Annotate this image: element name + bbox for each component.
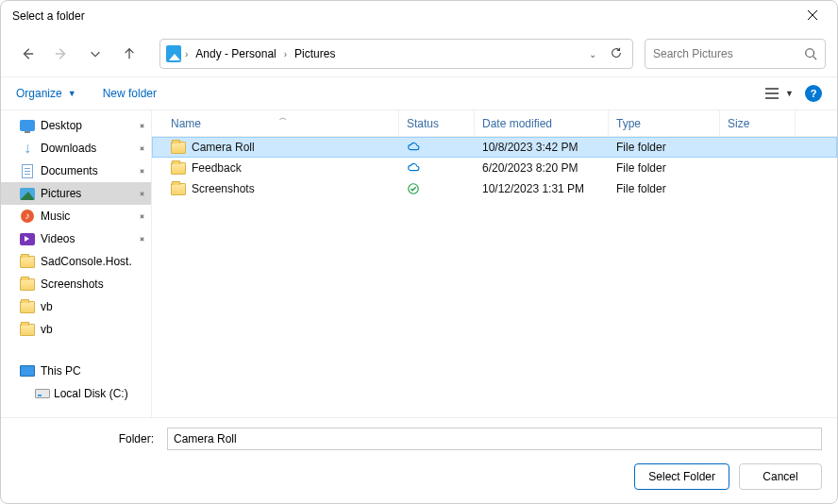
breadcrumb-root[interactable]: Andy - Personal: [192, 45, 279, 62]
folder-icon: [20, 299, 35, 314]
recent-button[interactable]: [80, 39, 110, 69]
sidebar-item-videos[interactable]: Videos✦: [1, 227, 151, 250]
organize-menu[interactable]: Organize▼: [16, 87, 76, 100]
sidebar-item-pictures[interactable]: Pictures✦: [1, 182, 151, 205]
navbar: › Andy - Personal › Pictures ⌄ Search Pi…: [1, 31, 837, 76]
column-date[interactable]: Date modified: [475, 110, 609, 136]
caret-down-icon: ▼: [68, 89, 76, 98]
pin-icon: ✦: [135, 164, 147, 176]
list-icon: [764, 87, 779, 100]
videos-icon: [20, 231, 35, 246]
sidebar: Desktop✦ ↓Downloads✦ Documents✦ Pictures…: [1, 110, 152, 417]
refresh-button[interactable]: [606, 46, 627, 62]
pin-icon: ✦: [135, 142, 147, 154]
pin-icon: ✦: [135, 119, 147, 131]
sidebar-item-desktop[interactable]: Desktop✦: [1, 114, 151, 137]
downloads-icon: ↓: [20, 141, 35, 156]
cell-date: 6/20/2023 8:20 PM: [482, 161, 578, 175]
window-title: Select a folder: [12, 9, 85, 23]
pictures-icon: [166, 46, 181, 61]
desktop-icon: [20, 118, 35, 133]
select-folder-button[interactable]: Select Folder: [634, 463, 729, 490]
chevron-down-icon: [89, 47, 102, 60]
sidebar-item-label: Downloads: [41, 142, 96, 155]
check-circle-icon: [407, 182, 420, 195]
pin-icon: ✦: [135, 232, 147, 244]
sidebar-item-music[interactable]: ♪Music✦: [1, 205, 151, 227]
sidebar-item-folder[interactable]: SadConsole.Host.: [1, 250, 151, 273]
music-icon: ♪: [20, 209, 35, 224]
cloud-icon: [407, 141, 420, 154]
titlebar: Select a folder: [1, 1, 837, 31]
sidebar-item-label: This PC: [41, 364, 81, 378]
file-list: ︿ Name Status Date modified Type Size Ca…: [152, 110, 837, 417]
column-size[interactable]: Size: [720, 110, 796, 136]
view-menu[interactable]: ▼: [764, 87, 794, 100]
table-row[interactable]: Camera Roll 10/8/2023 3:42 PM File folde…: [152, 137, 837, 158]
pictures-icon: [20, 186, 35, 201]
column-status[interactable]: Status: [399, 110, 475, 136]
folder-icon: [20, 322, 35, 337]
sidebar-item-label: vb: [41, 300, 53, 313]
sidebar-item-folder[interactable]: vb: [1, 295, 151, 318]
sidebar-item-label: vb: [41, 323, 53, 336]
sidebar-item-drive[interactable]: Local Disk (C:): [1, 382, 151, 405]
sidebar-item-label: Videos: [41, 232, 75, 245]
column-headers: ︿ Name Status Date modified Type Size: [152, 110, 837, 137]
pin-icon: ✦: [135, 210, 147, 222]
cell-date: 10/8/2023 3:42 PM: [482, 141, 578, 154]
cell-name: Feedback: [192, 161, 242, 175]
sidebar-item-documents[interactable]: Documents✦: [1, 160, 151, 182]
back-button[interactable]: [12, 39, 42, 69]
cell-type: File folder: [616, 161, 666, 175]
address-bar[interactable]: › Andy - Personal › Pictures ⌄: [159, 39, 633, 69]
help-button[interactable]: ?: [805, 85, 822, 102]
new-folder-button[interactable]: New folder: [103, 87, 157, 100]
sort-indicator-icon: ︿: [279, 112, 287, 123]
breadcrumb-current[interactable]: Pictures: [291, 45, 339, 62]
forward-button[interactable]: [46, 39, 76, 69]
footer: Folder: Select Folder Cancel: [1, 417, 837, 503]
arrow-right-icon: [55, 47, 68, 60]
table-row[interactable]: Screenshots 10/12/2023 1:31 PM File fold…: [152, 178, 837, 199]
folder-icon: [171, 181, 186, 196]
search-icon: [804, 47, 817, 60]
sidebar-item-folder[interactable]: vb: [1, 318, 151, 341]
toolbar: Organize▼ New folder ▼ ?: [1, 76, 837, 110]
sidebar-item-label: Screenshots: [41, 277, 104, 291]
cell-type: File folder: [616, 182, 666, 195]
sidebar-item-label: Desktop: [41, 119, 82, 132]
folder-icon: [171, 160, 186, 176]
cancel-button[interactable]: Cancel: [739, 463, 822, 490]
sidebar-item-folder[interactable]: Screenshots: [1, 273, 151, 295]
folder-icon: [20, 277, 35, 292]
folder-name-input[interactable]: [167, 428, 822, 450]
cell-type: File folder: [616, 141, 666, 154]
up-button[interactable]: [114, 39, 144, 69]
sidebar-item-this-pc[interactable]: This PC: [1, 360, 151, 382]
table-row[interactable]: Feedback 6/20/2023 8:20 PM File folder: [152, 158, 837, 178]
folder-icon: [171, 140, 186, 155]
cell-name: Screenshots: [192, 182, 255, 195]
search-placeholder: Search Pictures: [653, 47, 733, 60]
sidebar-item-downloads[interactable]: ↓Downloads✦: [1, 137, 151, 160]
sidebar-item-label: Music: [41, 210, 70, 223]
pc-icon: [20, 363, 35, 378]
close-button[interactable]: [799, 5, 826, 27]
search-box[interactable]: Search Pictures: [645, 39, 826, 69]
address-dropdown[interactable]: ⌄: [583, 49, 602, 59]
chevron-right-icon: ›: [185, 49, 188, 59]
arrow-left-icon: [21, 47, 34, 60]
organize-label: Organize: [16, 87, 62, 100]
new-folder-label: New folder: [103, 87, 157, 100]
pin-icon: ✦: [135, 187, 147, 199]
sidebar-item-label: Pictures: [41, 187, 81, 200]
column-type[interactable]: Type: [609, 110, 720, 136]
sidebar-item-label: Documents: [41, 164, 98, 177]
arrow-up-icon: [123, 47, 136, 60]
cloud-icon: [407, 161, 420, 175]
svg-point-0: [806, 49, 814, 58]
cell-date: 10/12/2023 1:31 PM: [482, 182, 584, 195]
close-icon: [807, 9, 818, 21]
caret-down-icon: ▼: [785, 89, 794, 98]
